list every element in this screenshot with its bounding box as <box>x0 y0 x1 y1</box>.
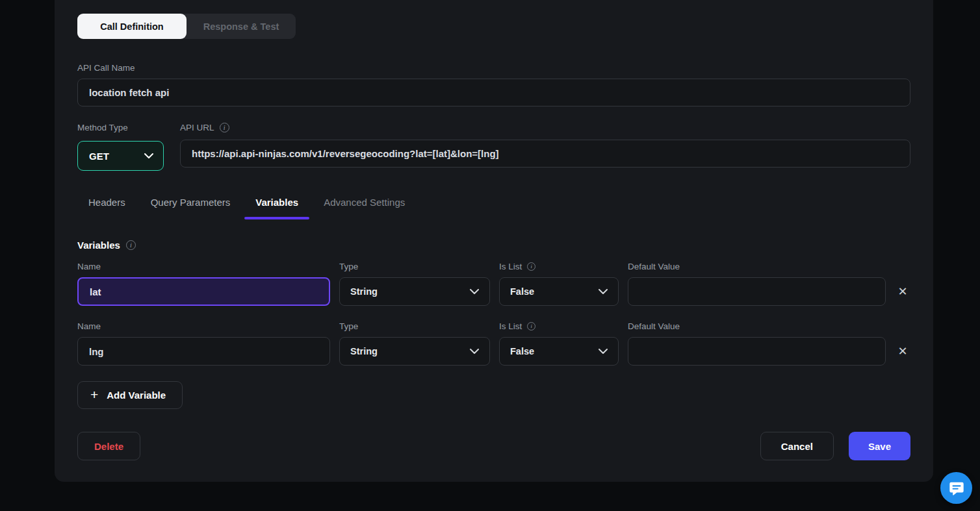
variable-name-label: Name <box>77 321 330 331</box>
tab-response-and-test[interactable]: Response & Test <box>187 14 296 39</box>
variable-type-field: Type String <box>339 321 490 366</box>
variable-type-label: Type <box>339 262 490 271</box>
subtab-headers[interactable]: Headers <box>77 197 136 219</box>
api-url-field: API URL i <box>180 123 910 171</box>
subtab-query-parameters[interactable]: Query Parameters <box>140 197 242 219</box>
method-url-row: Method Type GET API URL i <box>77 123 910 171</box>
save-button[interactable]: Save <box>849 432 910 460</box>
subtab-variables[interactable]: Variables <box>244 197 309 219</box>
method-type-select[interactable]: GET <box>77 141 164 171</box>
variable-name-field: Name <box>77 262 330 306</box>
intercom-chat-button[interactable] <box>940 472 972 504</box>
variable-row: Name Type String Is List i False Default… <box>77 321 910 366</box>
remove-variable-button[interactable]: ✕ <box>895 337 910 366</box>
method-type-value: GET <box>89 151 109 162</box>
chevron-down-icon <box>470 289 479 294</box>
variable-default-value-input[interactable] <box>628 337 886 366</box>
variable-row: Name Type String Is List i False Default… <box>77 262 910 306</box>
variable-default-value-input[interactable] <box>628 277 886 306</box>
variable-is-list-field: Is List i False <box>499 321 619 366</box>
variable-is-list-label: Is List <box>499 321 522 331</box>
add-variable-button[interactable]: + Add Variable <box>77 381 183 409</box>
variable-is-list-label: Is List <box>499 262 522 271</box>
method-type-label: Method Type <box>77 123 164 132</box>
chevron-down-icon <box>599 289 608 294</box>
variable-default-value-field: Default Value <box>628 262 886 306</box>
variable-name-label: Name <box>77 262 330 271</box>
tab-call-definition[interactable]: Call Definition <box>77 14 187 39</box>
method-type-field: Method Type GET <box>77 123 164 171</box>
chat-bubble-icon <box>948 480 965 497</box>
variable-is-list-select[interactable]: False <box>499 277 619 306</box>
variable-is-list-value: False <box>510 286 534 297</box>
variables-section-title: Variables <box>77 240 120 251</box>
is-list-info-icon[interactable]: i <box>527 322 535 330</box>
variable-is-list-value: False <box>510 346 534 356</box>
variable-default-value-label: Default Value <box>628 321 886 331</box>
dialog-footer: Delete Cancel Save <box>77 432 910 460</box>
variable-default-value-label: Default Value <box>628 262 886 271</box>
variable-name-input[interactable] <box>77 277 330 306</box>
variables-section-header: Variables i <box>77 240 910 251</box>
variable-name-field: Name <box>77 321 330 366</box>
delete-button[interactable]: Delete <box>77 432 140 460</box>
subtab-advanced-settings[interactable]: Advanced Settings <box>313 197 416 219</box>
variable-type-field: Type String <box>339 262 490 306</box>
remove-variable-button[interactable]: ✕ <box>895 277 910 306</box>
dialog-tabs: Call Definition Response & Test <box>77 14 296 39</box>
chevron-down-icon <box>470 349 479 354</box>
section-tabs: Headers Query Parameters Variables Advan… <box>77 197 910 219</box>
variable-type-value: String <box>350 346 378 356</box>
variable-type-value: String <box>350 286 378 297</box>
chevron-down-icon <box>599 349 608 354</box>
variable-type-select[interactable]: String <box>339 337 490 366</box>
api-url-info-icon[interactable]: i <box>220 123 229 132</box>
variable-is-list-field: Is List i False <box>499 262 619 306</box>
plus-icon: + <box>90 388 98 401</box>
variables-info-icon[interactable]: i <box>126 240 136 250</box>
variable-is-list-select[interactable]: False <box>499 337 619 366</box>
api-call-name-input[interactable] <box>77 79 910 106</box>
is-list-info-icon[interactable]: i <box>527 262 535 271</box>
api-call-name-field: API Call Name <box>77 63 910 106</box>
variable-type-select[interactable]: String <box>339 277 490 306</box>
variable-name-input[interactable] <box>77 337 330 366</box>
api-call-dialog: Call Definition Response & Test API Call… <box>55 0 933 482</box>
variable-default-value-field: Default Value <box>628 321 886 366</box>
api-url-label: API URL <box>180 123 214 132</box>
cancel-button[interactable]: Cancel <box>760 432 834 460</box>
chevron-down-icon <box>144 153 153 158</box>
add-variable-label: Add Variable <box>107 390 166 401</box>
variable-type-label: Type <box>339 321 490 331</box>
api-call-name-label: API Call Name <box>77 63 910 73</box>
api-url-input[interactable] <box>180 140 910 168</box>
